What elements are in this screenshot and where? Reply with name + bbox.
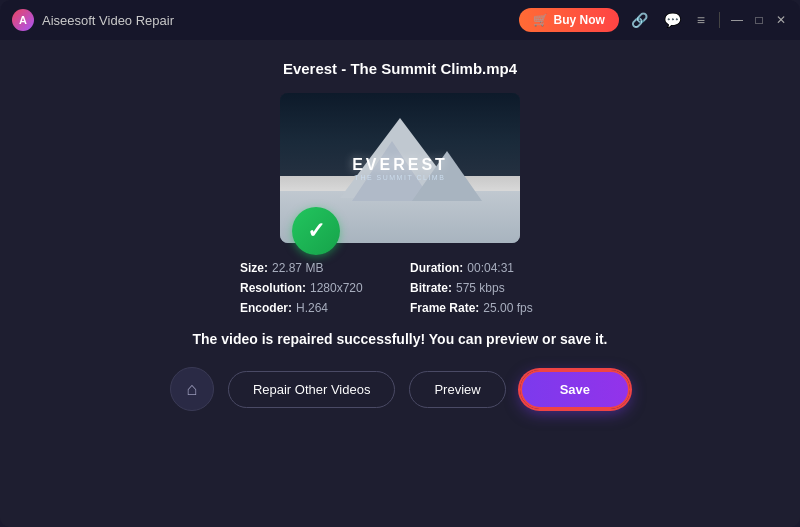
video-filename: Everest - The Summit Climb.mp4 [283, 60, 517, 77]
encoder-label: Encoder: [240, 301, 292, 315]
cart-icon: 🛒 [533, 13, 548, 27]
resolution-label: Resolution: [240, 281, 306, 295]
video-thumbnail-container: EVEREST THE SUMMIT CLIMB ✓ [280, 93, 520, 243]
maximize-button[interactable]: □ [752, 13, 766, 27]
link-icon[interactable]: 🔗 [627, 10, 652, 30]
separator [719, 12, 720, 28]
framerate-value: 25.00 fps [483, 301, 532, 315]
title-bar-left: A Aiseesoft Video Repair [12, 9, 174, 31]
buy-now-label: Buy Now [553, 13, 604, 27]
bottom-buttons: ⌂ Repair Other Videos Preview Save [170, 367, 630, 411]
resolution-value: 1280x720 [310, 281, 363, 295]
success-message: The video is repaired successfully! You … [193, 331, 608, 347]
buy-now-button[interactable]: 🛒 Buy Now [519, 8, 618, 32]
app-window: A Aiseesoft Video Repair 🛒 Buy Now 🔗 💬 ≡… [0, 0, 800, 527]
encoder-value: H.264 [296, 301, 328, 315]
size-row: Size: 22.87 MB [240, 261, 390, 275]
minimize-button[interactable]: — [730, 13, 744, 27]
everest-text-overlay: EVEREST THE SUMMIT CLIMB [352, 156, 448, 181]
resolution-row: Resolution: 1280x720 [240, 281, 390, 295]
home-icon: ⌂ [186, 379, 197, 400]
title-bar: A Aiseesoft Video Repair 🛒 Buy Now 🔗 💬 ≡… [0, 0, 800, 40]
bitrate-row: Bitrate: 575 kbps [410, 281, 560, 295]
framerate-row: Frame Rate: 25.00 fps [410, 301, 560, 315]
framerate-label: Frame Rate: [410, 301, 479, 315]
save-button[interactable]: Save [520, 370, 630, 409]
checkmark-icon: ✓ [307, 218, 325, 244]
menu-icon[interactable]: ≡ [693, 10, 709, 30]
file-info: Size: 22.87 MB Duration: 00:04:31 Resolu… [240, 261, 560, 315]
encoder-row: Encoder: H.264 [240, 301, 390, 315]
main-content: Everest - The Summit Climb.mp4 EVEREST T… [0, 40, 800, 527]
duration-row: Duration: 00:04:31 [410, 261, 560, 275]
app-logo: A [12, 9, 34, 31]
success-overlay: ✓ [292, 207, 340, 255]
preview-button[interactable]: Preview [409, 371, 505, 408]
repair-other-videos-button[interactable]: Repair Other Videos [228, 371, 396, 408]
app-title: Aiseesoft Video Repair [42, 13, 174, 28]
bitrate-label: Bitrate: [410, 281, 452, 295]
duration-label: Duration: [410, 261, 463, 275]
bitrate-value: 575 kbps [456, 281, 505, 295]
home-button[interactable]: ⌂ [170, 367, 214, 411]
chat-icon[interactable]: 💬 [660, 10, 685, 30]
size-value: 22.87 MB [272, 261, 323, 275]
size-label: Size: [240, 261, 268, 275]
title-bar-center: 🛒 Buy Now 🔗 💬 ≡ — □ ✕ [519, 8, 788, 32]
everest-subtitle: THE SUMMIT CLIMB [352, 174, 448, 181]
everest-title: EVEREST [352, 156, 448, 174]
duration-value: 00:04:31 [467, 261, 514, 275]
close-button[interactable]: ✕ [774, 13, 788, 27]
